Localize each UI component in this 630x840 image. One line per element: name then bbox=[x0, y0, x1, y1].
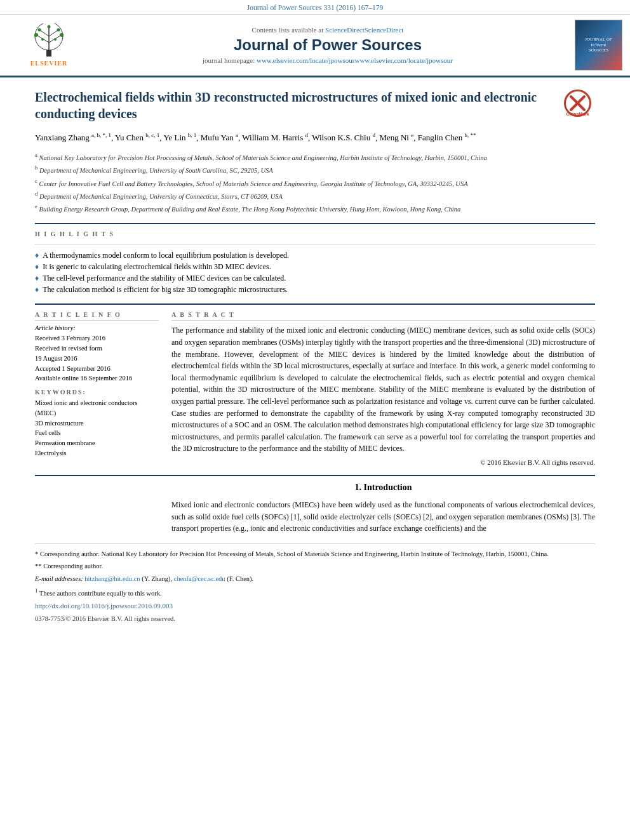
svg-rect-0 bbox=[46, 50, 51, 57]
svg-point-12 bbox=[41, 38, 44, 41]
doi-link[interactable]: http://dx.doi.org/10.1016/j.jpowsour.201… bbox=[35, 601, 595, 611]
svg-line-5 bbox=[39, 30, 49, 36]
svg-point-9 bbox=[38, 29, 41, 32]
abstract-text: The performance and stability of the mix… bbox=[171, 324, 595, 455]
svg-point-10 bbox=[57, 29, 60, 32]
highlight-bullet-1: ♦ bbox=[35, 251, 39, 260]
affiliation-a: a National Key Laboratory for Precision … bbox=[35, 151, 595, 163]
highlight-item-2: ♦ It is generic to calculating electroch… bbox=[35, 262, 595, 272]
journal-homepage-line: journal homepage: www.elsevier.com/locat… bbox=[90, 57, 565, 64]
highlights-label: H I G H L I G H T S bbox=[35, 230, 595, 237]
highlight-text-4: The calculation method is efficient for … bbox=[43, 285, 288, 295]
article-body: Electrochemical fields within 3D reconst… bbox=[0, 77, 630, 637]
contents-available-line: Contents lists available at ScienceDirec… bbox=[90, 26, 565, 34]
elsevier-logo-area: ELSEVIER bbox=[8, 23, 90, 67]
accepted-date: Accepted 1 September 2016 bbox=[35, 364, 159, 374]
section-divider-bottom bbox=[35, 475, 595, 476]
highlight-text-1: A thermodynamics model conform to local … bbox=[43, 251, 289, 260]
sciencedirect-link[interactable]: ScienceDirect bbox=[325, 26, 365, 34]
journal-title: Journal of Power Sources bbox=[90, 36, 565, 54]
journal-cover-image: JOURNAL OFPOWERSOURCES bbox=[575, 20, 622, 70]
article-title: Electrochemical fields within 3D reconst… bbox=[35, 89, 595, 122]
keyword-2: 3D microstructure bbox=[35, 418, 159, 429]
highlights-divider bbox=[35, 244, 595, 244]
intro-text-column: 1. Introduction Mixed ionic and electron… bbox=[171, 483, 595, 535]
email-1[interactable]: hitzhang@hit.edu.cn bbox=[84, 575, 140, 582]
elsevier-tree-icon bbox=[27, 23, 71, 58]
authors-line: Yanxiang Zhang a, b, *, 1, Yu Chen b, c,… bbox=[35, 131, 595, 145]
corresponding-note-2: ** Corresponding author. bbox=[35, 561, 595, 571]
highlights-list: ♦ A thermodynamics model conform to loca… bbox=[35, 251, 595, 295]
journal-citation-bar: Journal of Power Sources 331 (2016) 167–… bbox=[0, 0, 630, 15]
email-addresses-line: E-mail addresses: hitzhang@hit.edu.cn (Y… bbox=[35, 574, 595, 584]
svg-text:CrossMark: CrossMark bbox=[566, 112, 589, 116]
svg-point-8 bbox=[60, 33, 64, 37]
highlight-item-1: ♦ A thermodynamics model conform to loca… bbox=[35, 251, 595, 260]
affiliation-c: c Center for Innovative Fuel Cell and Ba… bbox=[35, 177, 595, 189]
affiliation-b: b Department of Mechanical Engineering, … bbox=[35, 164, 595, 175]
abstract-column: A B S T R A C T The performance and stab… bbox=[171, 311, 595, 466]
crossmark-icon: CrossMark bbox=[563, 89, 592, 117]
introduction-section: 1. Introduction Mixed ionic and electron… bbox=[35, 483, 595, 535]
section-divider-top bbox=[35, 223, 595, 224]
sciencedirect-link-text[interactable]: ScienceDirect bbox=[365, 26, 404, 34]
article-info-column: A R T I C L E I N F O Article history: R… bbox=[35, 311, 159, 466]
keywords-label: Keywords: bbox=[35, 389, 159, 396]
keyword-3: Fuel cells bbox=[35, 428, 159, 438]
article-history-title: Article history: bbox=[35, 324, 159, 331]
affiliation-e: e Building Energy Research Group, Depart… bbox=[35, 203, 595, 214]
highlight-bullet-2: ♦ bbox=[35, 262, 39, 272]
email-2[interactable]: chenfa@cec.sc.edu bbox=[174, 575, 225, 582]
article-history: Article history: Received 3 February 201… bbox=[35, 324, 159, 383]
svg-point-13 bbox=[54, 38, 57, 41]
journal-citation-text: Journal of Power Sources 331 (2016) 167–… bbox=[247, 4, 384, 11]
keyword-4: Permeation membrane bbox=[35, 438, 159, 448]
equal-contribution-note: 1 These authors contribute equally to th… bbox=[35, 587, 595, 598]
article-info-label: A R T I C L E I N F O bbox=[35, 311, 159, 321]
journal-center-info: Contents lists available at ScienceDirec… bbox=[90, 26, 565, 64]
intro-two-col: 1. Introduction Mixed ionic and electron… bbox=[35, 483, 595, 535]
online-date: Available online 16 September 2016 bbox=[35, 373, 159, 383]
revised-date-label: Received in revised form bbox=[35, 343, 159, 354]
keyword-1: Mixed ionic and electronic conductors bbox=[35, 398, 159, 408]
highlight-bullet-4: ♦ bbox=[35, 285, 39, 295]
received-date: Received 3 February 2016 bbox=[35, 333, 159, 343]
elsevier-logo: ELSEVIER bbox=[8, 23, 90, 67]
affiliation-d: d Department of Mechanical Engineering, … bbox=[35, 190, 595, 201]
highlight-item-4: ♦ The calculation method is efficient fo… bbox=[35, 285, 595, 295]
corresponding-note-1: * Corresponding author. National Key Lab… bbox=[35, 549, 595, 559]
abstract-copyright: © 2016 Elsevier B.V. All rights reserved… bbox=[171, 458, 595, 466]
section-divider-mid bbox=[35, 303, 595, 305]
journal-cover-area: JOURNAL OFPOWERSOURCES bbox=[565, 20, 622, 70]
svg-point-11 bbox=[48, 25, 51, 29]
journal-header: ELSEVIER Contents lists available at Sci… bbox=[0, 15, 630, 77]
info-abstract-columns: A R T I C L E I N F O Article history: R… bbox=[35, 311, 595, 466]
footnotes-area: * Corresponding author. National Key Lab… bbox=[35, 543, 595, 624]
journal-url[interactable]: www.elsevier.com/locate/jpowsour bbox=[257, 57, 354, 64]
revised-date: 19 August 2016 bbox=[35, 354, 159, 364]
elsevier-wordmark: ELSEVIER bbox=[30, 60, 68, 67]
highlight-text-2: It is generic to calculating electrochem… bbox=[43, 262, 271, 272]
journal-url-text[interactable]: www.elsevier.com/locate/jpowsour bbox=[354, 57, 452, 64]
issn-line: 0378-7753/© 2016 Elsevier B.V. All right… bbox=[35, 614, 595, 624]
intro-heading: 1. Introduction bbox=[171, 483, 595, 493]
highlight-item-3: ♦ The cell-level performance and the sta… bbox=[35, 274, 595, 283]
crossmark-badge: CrossMark bbox=[563, 89, 595, 121]
footnotes-column bbox=[35, 483, 159, 535]
svg-point-7 bbox=[34, 33, 38, 37]
highlight-text-3: The cell-level performance and the stabi… bbox=[43, 274, 286, 283]
intro-paragraph: Mixed ionic and electronic conductors (M… bbox=[171, 499, 595, 535]
highlight-bullet-3: ♦ bbox=[35, 274, 39, 283]
highlights-section: H I G H L I G H T S ♦ A thermodynamics m… bbox=[35, 230, 595, 295]
affiliations: a National Key Laboratory for Precision … bbox=[35, 151, 595, 214]
keyword-1b: (MIEC) bbox=[35, 408, 159, 418]
keyword-5: Electrolysis bbox=[35, 448, 159, 458]
abstract-label: A B S T R A C T bbox=[171, 311, 595, 321]
svg-line-6 bbox=[49, 30, 58, 36]
